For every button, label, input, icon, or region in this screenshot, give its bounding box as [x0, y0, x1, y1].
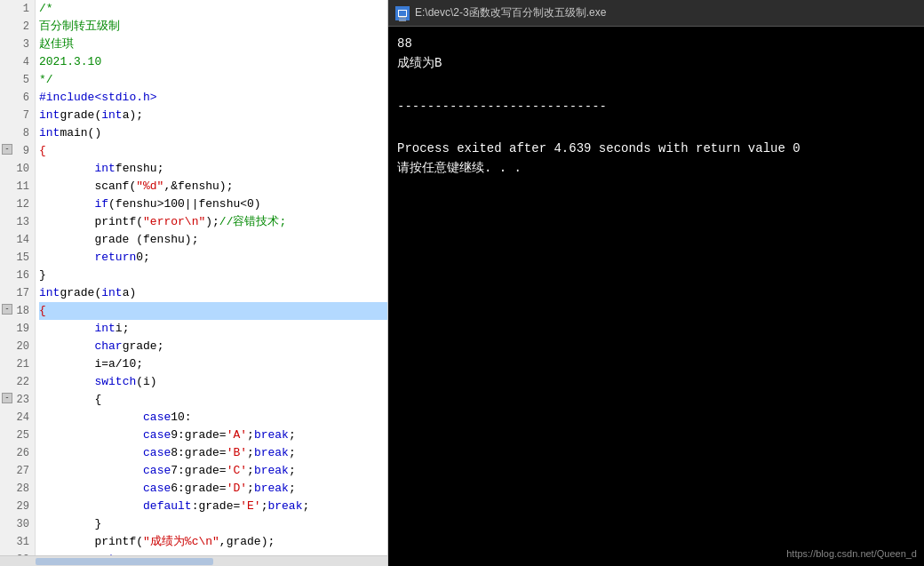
line-num-27: 27 [0, 462, 35, 480]
line-num-25: 25 [0, 426, 35, 444]
code-line-18: { [39, 302, 387, 320]
terminal-separator: ---------------------------- [397, 96, 915, 116]
line-num-1: 1 [0, 0, 35, 18]
line-num-13: 13 [0, 213, 35, 231]
code-line-13: printf("error\n");//容错技术; [39, 213, 387, 231]
line-num-15: 15 [0, 249, 35, 267]
code-line-21: i=a/10; [39, 355, 387, 373]
code-line-11: scanf("%d",&fenshu); [39, 178, 387, 195]
line-num-14: 14 [0, 231, 35, 249]
line-num-7: 7 [0, 107, 35, 124]
line-num-10: 10 [0, 160, 35, 178]
terminal-title: E:\devc\2-3函数改写百分制改五级制.exe [415, 5, 606, 20]
line-num-18[interactable]: - 18 [0, 302, 35, 320]
code-line-16: } [39, 267, 387, 284]
line-num-29: 29 [0, 498, 35, 515]
line-num-21: 21 [0, 355, 35, 373]
code-line-22: switch(i) [39, 373, 387, 391]
code-line-14: grade (fenshu); [39, 231, 387, 249]
scrollbar-thumb[interactable] [36, 558, 213, 565]
line-num-19: 19 [0, 320, 35, 338]
code-line-10: int fenshu; [39, 160, 387, 178]
terminal-body: 88 成绩为B ---------------------------- Pro… [388, 27, 924, 566]
code-line-23: { [39, 391, 387, 409]
code-line-15: return 0; [39, 249, 387, 267]
horizontal-scrollbar[interactable] [0, 555, 387, 566]
terminal-output-exit: Process exited after 4.639 seconds with … [397, 139, 915, 158]
code-line-1: /* [39, 0, 387, 18]
line-num-31: 31 [0, 533, 35, 551]
svg-rect-0 [399, 17, 406, 18]
line-num-6: 6 [0, 89, 35, 107]
code-line-9: { [39, 142, 387, 160]
code-line-25: case 9:grade='A';break; [39, 426, 387, 444]
line-num-3: 3 [0, 36, 35, 53]
line-num-28: 28 [0, 480, 35, 498]
line-num-32: 32 [0, 551, 35, 555]
code-line-28: case 6:grade='D';break; [39, 480, 387, 498]
line-num-5: 5 [0, 71, 35, 89]
fold-icon-23[interactable]: - [2, 393, 12, 403]
line-num-26: 26 [0, 444, 35, 462]
terminal-icon-inner [398, 10, 407, 17]
line-num-12: 12 [0, 195, 35, 213]
terminal-output-score: 88 [397, 34, 915, 53]
line-num-20: 20 [0, 338, 35, 355]
code-line-6: #include<stdio.h> [39, 89, 387, 107]
code-line-19: int i; [39, 320, 387, 338]
code-line-17: int grade(int a) [39, 284, 387, 302]
svg-rect-1 [399, 19, 406, 20]
line-num-8: 8 [0, 124, 35, 142]
line-num-4: 4 [0, 53, 35, 71]
terminal-output-press-key: 请按任意键继续. . . [397, 158, 915, 178]
code-line-26: case 8:grade='B';break; [39, 444, 387, 462]
code-line-24: case 10: [39, 409, 387, 426]
code-line-8: int main() [39, 124, 387, 142]
fold-icon-9[interactable]: - [2, 144, 12, 155]
terminal-output-blank2 [397, 119, 915, 139]
line-num-11: 11 [0, 178, 35, 195]
code-line-2: 百分制转五级制 [39, 18, 387, 36]
terminal-output-blank1 [397, 73, 915, 92]
code-line-4: 2021.3.10 [39, 53, 387, 71]
terminal-titlebar: E:\devc\2-3函数改写百分制改五级制.exe [388, 0, 924, 27]
code-line-30: } [39, 515, 387, 533]
code-line-29: default:grade='E';break; [39, 498, 387, 515]
code-line-7: int grade(int a); [39, 107, 387, 124]
line-num-30: 30 [0, 515, 35, 533]
line-num-9[interactable]: - 9 [0, 142, 35, 160]
code-line-20: char grade; [39, 338, 387, 355]
terminal-app-icon [395, 6, 410, 20]
watermark: https://blog.csdn.net/Queen_d [786, 548, 917, 559]
line-num-16: 16 [0, 267, 35, 284]
code-line-31: printf("成绩为%c\n",grade); [39, 533, 387, 551]
code-line-5: */ [39, 71, 387, 89]
svg-rect-2 [399, 20, 406, 21]
terminal-window: E:\devc\2-3函数改写百分制改五级制.exe 88 成绩为B -----… [388, 0, 924, 566]
code-line-12: if(fenshu>100||fenshu<0) [39, 195, 387, 213]
code-line-3: 赵佳琪 [39, 36, 387, 53]
terminal-output-grade: 成绩为B [397, 53, 915, 73]
code-content: /* 百分制转五级制 赵佳琪 2021.3.10 */ #include<std… [36, 0, 387, 555]
line-num-22: 22 [0, 373, 35, 391]
code-editor: 1 2 3 4 5 6 7 8 - 9 10 11 12 13 14 15 16… [0, 0, 388, 566]
line-num-23[interactable]: - 23 [0, 391, 35, 409]
fold-icon-18[interactable]: - [2, 304, 12, 315]
line-num-24: 24 [0, 409, 35, 426]
line-num-17: 17 [0, 284, 35, 302]
line-num-2: 2 [0, 18, 35, 36]
code-line-27: case 7:grade='C';break; [39, 462, 387, 480]
line-numbers: 1 2 3 4 5 6 7 8 - 9 10 11 12 13 14 15 16… [0, 0, 36, 555]
